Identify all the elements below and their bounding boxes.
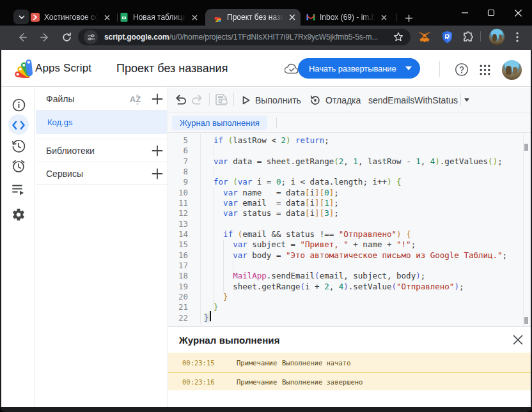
add-file-icon[interactable] <box>152 93 163 105</box>
rail-item-executions[interactable] <box>11 182 26 197</box>
alarm-icon <box>12 159 26 173</box>
code-token <box>204 156 214 166</box>
run-button[interactable]: Выполнить <box>242 88 301 112</box>
execution-log-panel: Журнал выполнения 00:23:15ПримечаниеВыпо… <box>168 326 531 407</box>
maximize-icon[interactable] <box>485 7 497 19</box>
code-line[interactable]: 11 var email = data[i][1]; <box>168 198 524 209</box>
back-icon[interactable] <box>15 30 29 44</box>
code-editor[interactable]: 5 if (lastRow < 2) return;67 var data = … <box>168 134 531 326</box>
file-item-selected[interactable]: Код.gs <box>36 111 167 134</box>
code-token: body = <box>247 250 286 260</box>
rail-item-editor[interactable] <box>11 118 26 133</box>
tab-title: Хостинговое соо <box>44 13 99 22</box>
code-token: return <box>295 135 324 145</box>
code-token: name = data <box>238 188 305 197</box>
log-row[interactable]: 00:23:15ПримечаниеВыполнение начато <box>168 353 531 372</box>
debug-button[interactable]: Отладка <box>310 88 361 112</box>
rail-item-overview[interactable] <box>11 97 26 112</box>
tab-search-button[interactable] <box>13 10 29 24</box>
tab-close-icon[interactable] <box>379 12 389 22</box>
code-token: { <box>396 177 402 187</box>
text-cursor <box>210 311 211 321</box>
tab-apps-script-active[interactable]: Проект без назв <box>205 9 301 26</box>
code-line[interactable]: 6 <box>168 146 524 156</box>
code-line[interactable]: 15 var subject = "Привет, " + name + "!"… <box>168 240 524 250</box>
execution-log-title: Журнал выполнения <box>179 327 280 353</box>
function-selector[interactable]: sendEmailsWithStatus <box>368 88 469 112</box>
project-title[interactable]: Проект без названия <box>116 50 228 87</box>
code-token: 2 <box>281 135 286 145</box>
code-token: "Отправлено" <box>396 282 454 291</box>
account-avatar[interactable] <box>502 60 522 80</box>
editor-chip-row: Журнал выполнения <box>168 113 531 133</box>
code-line[interactable]: 10 var name = data[i][0]; <box>168 188 524 199</box>
metamask-icon[interactable] <box>417 29 432 45</box>
code-token: , <box>421 156 430 166</box>
address-bar[interactable]: script.google.com/u/0/home/projects/1TFd… <box>78 29 411 45</box>
shield-extension-icon[interactable] <box>439 29 455 45</box>
browser-menu-kebab-icon[interactable] <box>510 29 525 45</box>
url-text: script.google.com/u/0/home/projects/1TFd… <box>104 33 378 42</box>
browser-profile-avatar[interactable] <box>489 29 505 45</box>
code-line[interactable]: 7 var data = sheet.getRange(2, 1, lastRo… <box>168 156 524 167</box>
execution-log-chip[interactable]: Журнал выполнения <box>172 116 267 130</box>
code-line[interactable]: 14 if (email && status !== "Отправлено")… <box>168 229 524 240</box>
close-window-icon[interactable] <box>512 7 524 19</box>
code-token: ( <box>233 177 238 187</box>
tab-gmail[interactable]: Inbox (69) - im.be <box>306 9 393 26</box>
reload-icon[interactable] <box>59 30 74 44</box>
scrollbar-thumb[interactable] <box>524 144 528 151</box>
code-token <box>204 188 223 197</box>
history-icon <box>12 139 26 153</box>
code-token: ; <box>334 198 339 208</box>
rail-item-settings[interactable] <box>11 207 26 222</box>
add-service-icon[interactable] <box>152 168 163 179</box>
undo-icon[interactable] <box>174 93 188 107</box>
sort-az-icon[interactable]: A Z <box>130 93 145 106</box>
help-icon[interactable] <box>455 63 469 77</box>
deploy-button-label: Начать развертывание <box>309 64 396 73</box>
log-time: 00:23:15 <box>182 359 215 367</box>
deploy-button[interactable]: Начать развертывание <box>298 58 420 79</box>
code-line[interactable]: 9 for (var i = 0; i < data.length; i++) … <box>168 177 524 188</box>
tab-close-icon[interactable] <box>102 12 112 22</box>
line-number: 7 <box>168 156 188 167</box>
minimize-icon[interactable] <box>458 7 471 19</box>
code-line[interactable]: 13 <box>168 219 524 230</box>
save-icon[interactable] <box>214 93 228 107</box>
extensions-puzzle-icon[interactable] <box>460 29 476 45</box>
tab-sheets[interactable]: Новая таблица - <box>120 9 203 26</box>
code-line[interactable]: 12 var status = data[i][3]; <box>168 208 524 219</box>
forward-icon[interactable] <box>38 30 52 44</box>
deploy-dropdown-caret-icon[interactable] <box>405 66 412 70</box>
bookmark-star-icon[interactable] <box>393 31 404 43</box>
redo-icon[interactable] <box>190 93 204 107</box>
code-line[interactable]: 19 sheet.getRange(i + 2, 4).setValue("От… <box>168 282 524 293</box>
code-line[interactable]: 8 <box>168 167 524 178</box>
section-label: Сервисы <box>46 162 83 185</box>
code-token: } <box>223 292 228 301</box>
site-info-icon[interactable] <box>84 30 98 44</box>
tab-close-icon[interactable] <box>189 12 199 22</box>
rail-item-history[interactable] <box>11 139 26 154</box>
code-token: 1 <box>324 198 329 208</box>
new-tab-button[interactable] <box>402 11 416 25</box>
rail-item-triggers[interactable] <box>11 158 26 174</box>
code-line[interactable]: 20 } <box>168 292 524 303</box>
code-line[interactable]: 16 var body = "Это автоматическое письмо… <box>168 250 524 261</box>
code-line[interactable]: 21 } <box>168 302 524 313</box>
code-token: , <box>343 156 353 166</box>
code-line[interactable]: 17 <box>168 261 524 271</box>
code-token: ; <box>324 135 329 145</box>
add-library-icon[interactable] <box>152 145 163 156</box>
code-line[interactable]: 22} <box>168 313 524 324</box>
tab-hosting[interactable]: Хостинговое соо <box>31 9 115 26</box>
code-line[interactable]: 5 if (lastRow < 2) return; <box>168 135 524 146</box>
code-token: [ <box>305 198 310 208</box>
tab-close-icon[interactable] <box>287 12 297 22</box>
log-row[interactable]: 00:23:16ПримечаниеВыполнение завершено <box>168 372 531 390</box>
close-log-icon[interactable] <box>512 334 524 346</box>
apps-grid-icon[interactable] <box>480 65 490 75</box>
brand-title[interactable]: Apps Script <box>35 50 91 87</box>
code-line[interactable]: 18 MailApp.sendEmail(email, subject, bod… <box>168 271 524 282</box>
